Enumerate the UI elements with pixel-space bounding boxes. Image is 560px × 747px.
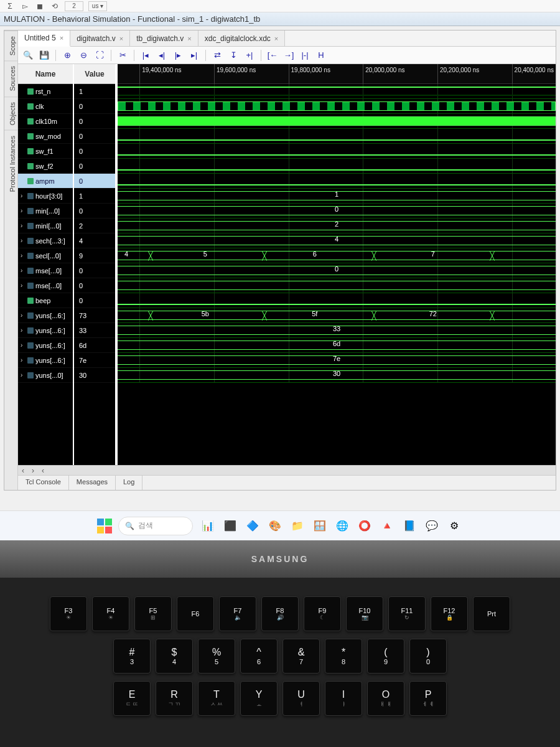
horizontal-scrollbar[interactable]: ‹ › ‹ xyxy=(18,465,556,475)
signal-name-row[interactable]: ›yuns[...6:] xyxy=(18,323,73,338)
waveform-row[interactable]: 6d xyxy=(118,338,556,353)
signal-name-row[interactable]: ›secl[...0] xyxy=(18,248,73,263)
signal-value-row[interactable]: 7e xyxy=(74,353,115,368)
signal-name-row[interactable]: ›yuns[...6:] xyxy=(18,338,73,353)
signal-value-row[interactable]: 0 xyxy=(74,263,115,278)
waveform-row[interactable]: 1 xyxy=(118,189,556,204)
toolbar-icon[interactable]: ⟲ xyxy=(50,1,60,11)
waveform-row[interactable] xyxy=(118,84,556,99)
scroll-right-icon[interactable]: › xyxy=(28,466,38,475)
scroll-left-icon[interactable]: ‹ xyxy=(18,466,28,475)
signal-value-row[interactable]: 6d xyxy=(74,338,115,353)
expand-icon[interactable]: › xyxy=(21,327,26,334)
close-icon[interactable]: × xyxy=(274,35,278,42)
side-tab-objects[interactable]: Objects xyxy=(4,96,17,130)
expand-icon[interactable]: › xyxy=(21,312,26,319)
hierarchy-icon[interactable]: H xyxy=(315,49,327,62)
taskbar-app-icon[interactable]: ⬛ xyxy=(222,517,239,535)
signal-name-row[interactable]: ›sech[...3:] xyxy=(18,233,73,248)
search-icon[interactable]: 🔍 xyxy=(22,49,34,62)
signal-name-row[interactable]: sw_f2 xyxy=(18,159,73,174)
side-tab-scope[interactable]: Scope xyxy=(4,31,17,60)
taskbar-app-icon[interactable]: 🔺 xyxy=(378,517,396,535)
start-button[interactable] xyxy=(97,519,112,533)
taskbar-app-icon[interactable]: 🪟 xyxy=(311,517,329,535)
prev-edge-icon[interactable]: ◂| xyxy=(156,49,168,62)
taskbar-app-icon[interactable]: 🎨 xyxy=(266,517,284,535)
taskbar-search[interactable]: 🔍 검색 xyxy=(118,517,193,535)
cut-icon[interactable]: ✂ xyxy=(116,49,129,62)
toolbar-icon[interactable]: Σ xyxy=(5,1,15,11)
signal-value-row[interactable]: 1 xyxy=(74,84,115,99)
taskbar-app-icon[interactable]: 🌐 xyxy=(334,517,351,535)
go-end-icon[interactable]: ▸| xyxy=(188,49,200,62)
close-icon[interactable]: × xyxy=(119,35,123,42)
signal-value-row[interactable]: 33 xyxy=(74,323,115,338)
waveform-row[interactable] xyxy=(118,114,556,129)
waveform-row[interactable] xyxy=(118,174,556,189)
go-start-icon[interactable]: |◂ xyxy=(139,49,152,62)
signal-name-row[interactable]: rst_n xyxy=(18,84,73,99)
side-tab-sources[interactable]: Sources xyxy=(4,60,17,96)
bracket-left-icon[interactable]: [← xyxy=(266,49,279,62)
signal-value-row[interactable]: 30 xyxy=(74,368,115,383)
file-tab[interactable]: tb_digiwatch.v× xyxy=(130,31,198,46)
signal-value-row[interactable]: 0 xyxy=(74,144,115,159)
signal-value-row[interactable]: 0 xyxy=(74,293,115,308)
expand-icon[interactable]: › xyxy=(21,267,26,274)
save-icon[interactable]: 💾 xyxy=(38,49,50,62)
taskbar-app-icon[interactable]: 📘 xyxy=(401,517,418,535)
waveform-row[interactable] xyxy=(118,293,556,308)
signal-name-row[interactable]: beep xyxy=(18,293,73,308)
side-tab-protocol-instances[interactable]: Protocol Instances xyxy=(4,130,17,197)
signal-value-row[interactable]: 0 xyxy=(74,129,115,144)
next-edge-icon[interactable]: |▸ xyxy=(172,49,184,62)
waveform-row[interactable]: 4567 xyxy=(118,248,556,263)
value-header[interactable]: Value xyxy=(74,64,115,84)
toolbar-icon[interactable]: ▻ xyxy=(20,1,30,11)
signal-value-row[interactable]: 0 xyxy=(74,204,115,218)
signal-value-row[interactable]: 0 xyxy=(74,99,115,114)
signal-name-row[interactable]: ›yuns[...0] xyxy=(18,368,73,383)
signal-name-row[interactable]: clk10m xyxy=(18,114,73,129)
expand-icon[interactable]: › xyxy=(21,237,26,244)
signal-value-row[interactable]: 2 xyxy=(74,218,115,233)
signal-name-row[interactable]: ›yuns[...6:] xyxy=(18,353,73,368)
file-tab[interactable]: xdc_digitalclock.xdc× xyxy=(198,31,286,46)
waveform-row[interactable]: 0 xyxy=(118,204,556,218)
waveform-row[interactable]: 0 xyxy=(118,263,556,278)
add-marker-icon[interactable]: +| xyxy=(243,49,256,62)
time-ruler[interactable]: 19,400,000 ns19,600,000 ns19,800,000 ns2… xyxy=(118,64,556,84)
expand-icon[interactable]: › xyxy=(21,192,26,199)
bottom-tab-tcl-console[interactable]: Tcl Console xyxy=(18,476,69,490)
expand-icon[interactable]: › xyxy=(21,207,26,214)
zoom-fit-icon[interactable]: ⛶ xyxy=(93,49,106,62)
signal-name-row[interactable]: ›minl[...0] xyxy=(18,218,73,233)
expand-icon[interactable]: › xyxy=(21,282,26,289)
collapse-icon[interactable]: |-| xyxy=(299,49,311,62)
taskbar-app-icon[interactable]: ⭕ xyxy=(356,517,373,535)
zoom-out-icon[interactable]: ⊖ xyxy=(77,49,90,62)
marker-icon[interactable]: ↧ xyxy=(227,49,240,62)
signal-name-row[interactable]: sw_f1 xyxy=(18,144,73,159)
waveform-row[interactable]: 7e xyxy=(118,353,556,368)
taskbar-app-icon[interactable]: 🔷 xyxy=(244,517,261,535)
taskbar-app-icon[interactable]: ⚙ xyxy=(446,517,463,535)
signal-name-row[interactable]: ›mse[...0] xyxy=(18,278,73,293)
waveform-row[interactable]: 2 xyxy=(118,218,556,233)
file-tab[interactable]: Untitled 5× xyxy=(18,31,70,47)
bracket-right-icon[interactable]: →] xyxy=(282,49,295,62)
close-icon[interactable]: × xyxy=(60,34,63,42)
waveform-row[interactable] xyxy=(118,144,556,159)
scroll-left-icon[interactable]: ‹ xyxy=(38,466,48,475)
signal-name-row[interactable]: ampm xyxy=(18,174,73,189)
signal-value-row[interactable]: 0 xyxy=(74,114,115,129)
waveform-row[interactable] xyxy=(118,278,556,293)
taskbar-app-icon[interactable]: 📊 xyxy=(199,517,217,535)
signal-name-row[interactable]: ›hour[3:0] xyxy=(18,189,73,204)
expand-icon[interactable]: › xyxy=(21,222,26,229)
waveform-area[interactable]: 19,400,000 ns19,600,000 ns19,800,000 ns2… xyxy=(118,64,556,465)
signal-name-row[interactable]: ›min[...0] xyxy=(18,204,73,218)
taskbar-app-icon[interactable]: 📁 xyxy=(289,517,306,535)
signal-value-row[interactable]: 1 xyxy=(74,189,115,204)
